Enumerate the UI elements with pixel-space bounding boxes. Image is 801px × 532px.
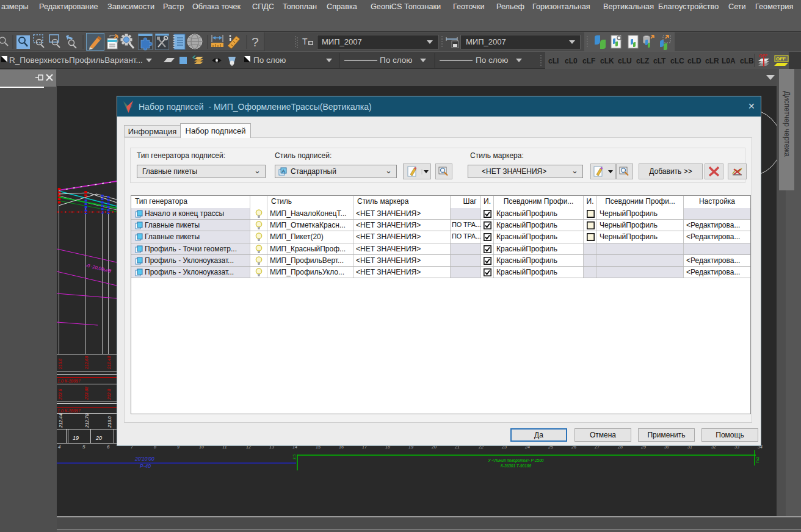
svg-text:213.6: 213.6 [58,358,62,370]
svg-text:L0A: L0A [722,57,736,65]
svg-text:cLD: cLD [687,57,701,65]
svg-text:По слою: По слою [380,56,412,65]
svg-text:Р-40: Р-40 [140,463,151,469]
svg-text:OFF: OFF [776,56,786,62]
svg-text:cLR: cLR [705,57,719,65]
svg-text:У-<Линия поворотов> Р-2500: У-<Линия поворотов> Р-2500 [488,458,544,463]
svg-text:По слою: По слою [253,56,286,65]
svg-text:A: A [282,168,286,174]
svg-text:?: ? [252,35,259,49]
svg-text:cLK: cLK [600,57,614,65]
svg-text:cLB: cLB [740,57,754,65]
svg-text:5: 5 [82,444,85,450]
svg-text:МИП_2007: МИП_2007 [466,37,506,46]
svg-text:1.0 К-18097: 1.0 К-18097 [57,379,81,383]
svg-text:cLF: cLF [582,57,595,65]
svg-text:-Л -20.00ы/В: -Л -20.00ы/В [85,262,112,274]
svg-text:212.44: 212.44 [58,414,63,428]
svg-text:По слою: По слою [476,56,508,65]
svg-text:T: T [302,37,308,46]
svg-text:1.0 К-18097: 1.0 К-18097 [57,409,81,413]
svg-text:Пк2: Пк2 [756,456,759,463]
svg-text:213.0: 213.0 [107,415,112,428]
svg-text:cLZ: cLZ [636,57,649,65]
svg-text:cLT: cLT [653,57,666,65]
svg-text:cLC: cLC [670,57,684,65]
svg-text:R_ПоверхностьПрофильВариант...: R_ПоверхностьПрофильВариант... [9,56,143,65]
svg-text:cL0: cL0 [565,57,578,65]
svg-text:212.68: 212.68 [84,356,89,370]
svg-text:213.6: 213.6 [58,389,62,400]
svg-text:20: 20 [95,435,102,441]
svg-text:cLU: cLU [618,57,632,65]
svg-text:212.48: 212.48 [107,356,111,370]
svg-text:4: 4 [58,444,61,450]
svg-text:cLI: cLI [548,57,559,65]
svg-text:213.88: 213.88 [84,386,89,400]
svg-text:6: 6 [107,444,110,450]
svg-text:212.78: 212.78 [84,413,90,428]
svg-text:19: 19 [73,435,79,441]
svg-text:212.8: 212.8 [107,389,111,400]
svg-text:МИП_2007: МИП_2007 [322,37,362,46]
svg-text:20'10'00: 20'10'00 [134,456,154,462]
svg-text:К-36301 Т-90188: К-36301 Т-90188 [501,464,531,468]
svg-text:2.5: 2.5 [292,454,296,459]
